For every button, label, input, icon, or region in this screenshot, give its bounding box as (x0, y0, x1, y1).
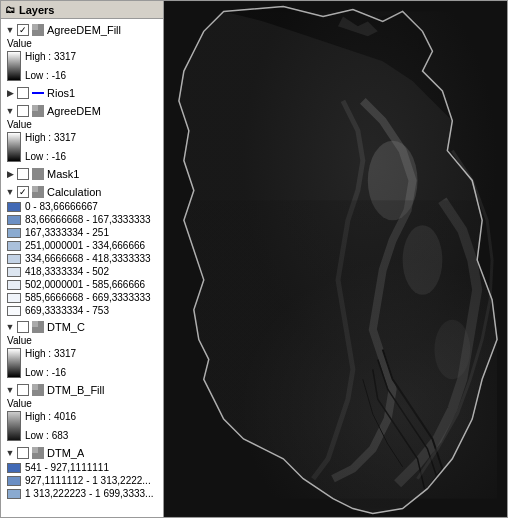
DTM-C-legend: Value High : 3317 Low : -16 (3, 335, 161, 378)
expand-AgreeDEM[interactable]: ▼ (5, 106, 15, 116)
content-area: 🗂 Layers ▼ AgreeDEM_Fill Value (1, 1, 507, 517)
AgreeDEM-legend: Value High : 3317 Low : -16 (3, 119, 161, 162)
calc-class-4: 251,0000001 - 334,666666 (7, 239, 161, 252)
raster-icon-AgreeDEM-Fill (31, 23, 45, 37)
dtma-swatch-1 (7, 463, 21, 473)
calc-swatch-7 (7, 280, 21, 290)
calc-swatch-3 (7, 228, 21, 238)
layers-scroll[interactable]: ▼ AgreeDEM_Fill Value High : 3317 (1, 19, 163, 517)
svg-rect-1 (32, 24, 38, 30)
map-area (164, 1, 507, 517)
layer-item-AgreeDEM[interactable]: ▼ AgreeDEM Value High : 3317 (1, 102, 163, 165)
checkbox-DTM-B-Fill[interactable] (17, 384, 29, 396)
svg-rect-9 (32, 321, 38, 327)
calc-class-9: 669,3333334 - 753 (7, 304, 161, 317)
line-icon-Rios1 (31, 86, 45, 100)
checkbox-Calculation[interactable] (17, 186, 29, 198)
expand-DTM-B-Fill[interactable]: ▼ (5, 385, 15, 395)
calc-swatch-1 (7, 202, 21, 212)
DTM-A-legend: 541 - 927,1111111 927,1111112 - 1 313,22… (3, 461, 161, 500)
AgreeDEM-Fill-legend: Value High : 3317 Low : -16 (3, 38, 161, 81)
layer-item-DTM-B-Fill[interactable]: ▼ DTM_B_Fill Value High : 4016 (1, 381, 163, 444)
svg-rect-5 (32, 168, 44, 180)
layer-name-Calculation: Calculation (47, 186, 101, 198)
terrain-map (164, 1, 507, 517)
raster-icon-Mask1 (31, 167, 45, 181)
raster-icon-AgreeDEM (31, 104, 45, 118)
layer-item-AgreeDEM-Fill[interactable]: ▼ AgreeDEM_Fill Value High : 3317 (1, 21, 163, 84)
raster-icon-DTM-C (31, 320, 45, 334)
dtma-class-1: 541 - 927,1111111 (7, 461, 161, 474)
layer-name-AgreeDEM: AgreeDEM (47, 105, 101, 117)
checkbox-DTM-C[interactable] (17, 321, 29, 333)
layer-name-DTM-A: DTM_A (47, 447, 84, 459)
layer-name-DTM-B-Fill: DTM_B_Fill (47, 384, 104, 396)
expand-DTM-A[interactable]: ▼ (5, 448, 15, 458)
svg-rect-7 (32, 186, 38, 192)
layer-name-Rios1: Rios1 (47, 87, 75, 99)
DTM-B-Fill-gradient (7, 411, 21, 441)
calc-class-8: 585,6666668 - 669,3333333 (7, 291, 161, 304)
layer-name-DTM-C: DTM_C (47, 321, 85, 333)
AgreeDEM-gradient (7, 132, 21, 162)
calc-class-6: 418,3333334 - 502 (7, 265, 161, 278)
checkbox-Mask1[interactable] (17, 168, 29, 180)
calc-class-7: 502,0000001 - 585,666666 (7, 278, 161, 291)
dtma-class-3: 1 313,222223 - 1 699,3333... (7, 487, 161, 500)
calc-swatch-8 (7, 293, 21, 303)
calc-swatch-9 (7, 306, 21, 316)
calc-class-5: 334,6666668 - 418,3333333 (7, 252, 161, 265)
dtma-swatch-3 (7, 489, 21, 499)
expand-AgreeDEM-Fill[interactable]: ▼ (5, 25, 15, 35)
layers-panel: 🗂 Layers ▼ AgreeDEM_Fill Value (1, 1, 164, 517)
AgreeDEM-Fill-gradient (7, 51, 21, 81)
layers-title: Layers (19, 4, 54, 16)
layers-icon: 🗂 (5, 4, 15, 15)
layer-item-DTM-C[interactable]: ▼ DTM_C Value High : 3317 (1, 318, 163, 381)
checkbox-DTM-A[interactable] (17, 447, 29, 459)
raster-icon-DTM-B-Fill (31, 383, 45, 397)
calc-class-3: 167,3333334 - 251 (7, 226, 161, 239)
svg-rect-4 (32, 105, 38, 111)
expand-DTM-C[interactable]: ▼ (5, 322, 15, 332)
expand-Rios1[interactable]: ▶ (5, 88, 15, 98)
expand-Mask1[interactable]: ▶ (5, 169, 15, 179)
checkbox-AgreeDEM[interactable] (17, 105, 29, 117)
layer-item-DTM-A[interactable]: ▼ DTM_A 541 - 927,1111111 (1, 444, 163, 501)
calc-swatch-2 (7, 215, 21, 225)
expand-Calculation[interactable]: ▼ (5, 187, 15, 197)
raster-icon-Calculation (31, 185, 45, 199)
main-window: 🗂 Layers ▼ AgreeDEM_Fill Value (0, 0, 508, 518)
calc-class-2: 83,66666668 - 167,3333333 (7, 213, 161, 226)
calc-swatch-6 (7, 267, 21, 277)
DTM-C-gradient (7, 348, 21, 378)
layer-item-Rios1[interactable]: ▶ Rios1 (1, 84, 163, 102)
svg-rect-19 (179, 200, 497, 498)
DTM-B-Fill-legend: Value High : 4016 Low : 683 (3, 398, 161, 441)
dtma-class-2: 927,1111112 - 1 313,2222... (7, 474, 161, 487)
raster-icon-DTM-A (31, 446, 45, 460)
layer-name-AgreeDEM-Fill: AgreeDEM_Fill (47, 24, 121, 36)
layer-item-Mask1[interactable]: ▶ Mask1 (1, 165, 163, 183)
checkbox-AgreeDEM-Fill[interactable] (17, 24, 29, 36)
Calculation-legend: 0 - 83,66666667 83,66666668 - 167,333333… (3, 200, 161, 317)
dtma-swatch-2 (7, 476, 21, 486)
layer-name-Mask1: Mask1 (47, 168, 79, 180)
checkbox-Rios1[interactable] (17, 87, 29, 99)
layers-title-bar: 🗂 Layers (1, 1, 163, 19)
calc-swatch-4 (7, 241, 21, 251)
svg-rect-13 (32, 447, 38, 453)
svg-rect-11 (32, 384, 38, 390)
layer-item-Calculation[interactable]: ▼ Calculation 0 - 83,66666667 (1, 183, 163, 318)
calc-class-1: 0 - 83,66666667 (7, 200, 161, 213)
calc-swatch-5 (7, 254, 21, 264)
